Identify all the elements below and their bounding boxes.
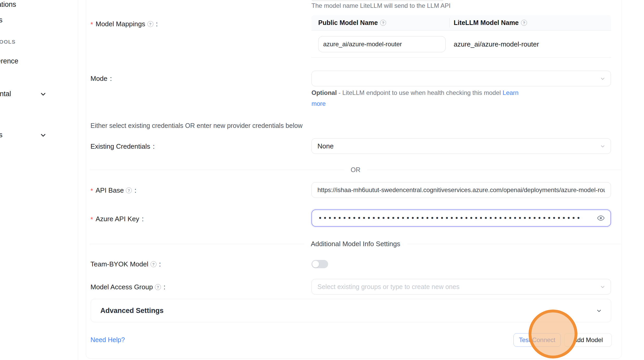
- info-settings-divider: Additional Model Info Settings: [90, 240, 621, 248]
- credentials-hint: Either select existing credentials OR en…: [90, 122, 303, 129]
- model-mappings-table: Public Model Name ? LiteLLM Model Name ?…: [311, 15, 611, 58]
- advanced-settings-title: Advanced Settings: [100, 307, 164, 315]
- or-divider: OR: [90, 166, 621, 174]
- mode-label-text: Mode: [90, 74, 107, 83]
- sidebar-item-erence[interactable]: erence: [0, 57, 18, 65]
- api-base-label-text: API Base: [96, 186, 124, 194]
- add-model-button[interactable]: Add Model: [564, 333, 612, 347]
- colon: :: [142, 215, 144, 223]
- chevron-down-icon: [600, 284, 606, 290]
- chevron-down-icon: [600, 76, 606, 82]
- help-icon[interactable]: ?: [380, 20, 386, 26]
- litellm-model-name-value: azure_ai/azure-model-router: [454, 31, 539, 58]
- sidebar-item-s2[interactable]: s: [0, 131, 3, 139]
- required-asterisk: *: [90, 20, 93, 29]
- existing-credentials-value: None: [317, 142, 334, 150]
- chevron-down-icon: [596, 308, 602, 314]
- azure-api-key-input[interactable]: [312, 210, 582, 226]
- eye-icon[interactable]: [597, 214, 605, 222]
- model-access-group-label: Model Access Group ? :: [90, 283, 165, 291]
- sidebar-item-ations[interactable]: ations: [0, 1, 16, 9]
- divider-line: [367, 170, 621, 170]
- team-byok-label-text: Team-BYOK Model: [90, 260, 148, 268]
- column-header-public-model-name: Public Model Name ?: [311, 19, 449, 27]
- help-icon[interactable]: ?: [521, 20, 527, 26]
- required-asterisk: *: [90, 215, 93, 224]
- azure-api-key-label: * Azure API Key :: [90, 215, 144, 223]
- or-divider-text: OR: [351, 166, 361, 174]
- chevron-down-icon[interactable]: [40, 91, 46, 97]
- header-divider: [449, 18, 450, 28]
- mode-select[interactable]: [311, 71, 611, 86]
- existing-credentials-select[interactable]: None: [311, 138, 611, 154]
- chevron-down-icon: [600, 143, 606, 149]
- table-header: Public Model Name ? LiteLLM Model Name ?: [311, 15, 611, 31]
- advanced-settings-panel[interactable]: Advanced Settings: [91, 299, 611, 322]
- team-byok-label: Team-BYOK Model ? :: [90, 260, 161, 268]
- column-header-label: Public Model Name: [318, 19, 378, 27]
- model-access-group-label-text: Model Access Group: [90, 283, 153, 291]
- info-settings-divider-text: Additional Model Info Settings: [311, 240, 400, 248]
- test-connect-button[interactable]: Test Connect: [513, 333, 561, 347]
- public-model-name-input[interactable]: [318, 36, 446, 52]
- help-icon[interactable]: ?: [151, 261, 157, 267]
- table-row: azure_ai/azure-model-router: [311, 31, 611, 58]
- api-base-label: * API Base ? :: [90, 186, 136, 194]
- help-icon[interactable]: ?: [126, 187, 132, 193]
- divider-line: [90, 170, 344, 170]
- team-byok-toggle[interactable]: [311, 260, 328, 268]
- required-asterisk: *: [90, 187, 93, 195]
- sidebar-section-tools: TOOLS: [0, 39, 16, 45]
- colon: :: [156, 20, 158, 28]
- existing-credentials-label-text: Existing Credentials: [90, 142, 150, 150]
- need-help-link[interactable]: Need Help?: [90, 336, 125, 344]
- column-header-label: LiteLLM Model Name: [454, 19, 519, 27]
- model-mappings-label: * Model Mappings ? :: [90, 20, 158, 28]
- api-base-input[interactable]: [311, 182, 611, 198]
- model-access-group-select[interactable]: Select existing groups or type to create…: [311, 279, 611, 294]
- divider-line: [90, 244, 304, 244]
- mode-label: Mode :: [90, 74, 112, 83]
- azure-api-key-field: [311, 210, 611, 227]
- model-access-group-placeholder: Select existing groups or type to create…: [317, 283, 459, 291]
- chevron-down-icon[interactable]: [40, 132, 46, 138]
- sidebar-item-s1[interactable]: s: [0, 16, 3, 24]
- colon: :: [159, 260, 161, 268]
- toggle-knob: [312, 261, 319, 267]
- mode-help-rest: - LiteLLM endpoint to use when health ch…: [337, 89, 503, 96]
- help-icon[interactable]: ?: [147, 21, 153, 27]
- model-name-hint: The model name LiteLLM will send to the …: [311, 2, 451, 9]
- existing-credentials-label: Existing Credentials :: [90, 142, 155, 150]
- optional-bold: Optional: [311, 89, 337, 96]
- model-mappings-label-text: Model Mappings: [96, 20, 145, 28]
- colon: :: [134, 186, 136, 194]
- sidebar: ations s TOOLS erence ental s: [0, 0, 78, 360]
- azure-api-key-label-text: Azure API Key: [96, 215, 139, 223]
- divider-line: [407, 244, 622, 244]
- add-model-page: ations s TOOLS erence ental s The model …: [0, 0, 644, 360]
- sidebar-item-ental[interactable]: ental: [0, 90, 11, 98]
- truncated-control-fragment: [311, 0, 444, 1]
- column-header-litellm-model-name: LiteLLM Model Name ?: [449, 19, 527, 27]
- mode-help-text: Optional - LiteLLM endpoint to use when …: [311, 87, 519, 109]
- colon: :: [110, 74, 112, 83]
- colon: :: [153, 142, 155, 150]
- help-icon[interactable]: ?: [155, 284, 161, 290]
- colon: :: [164, 283, 165, 291]
